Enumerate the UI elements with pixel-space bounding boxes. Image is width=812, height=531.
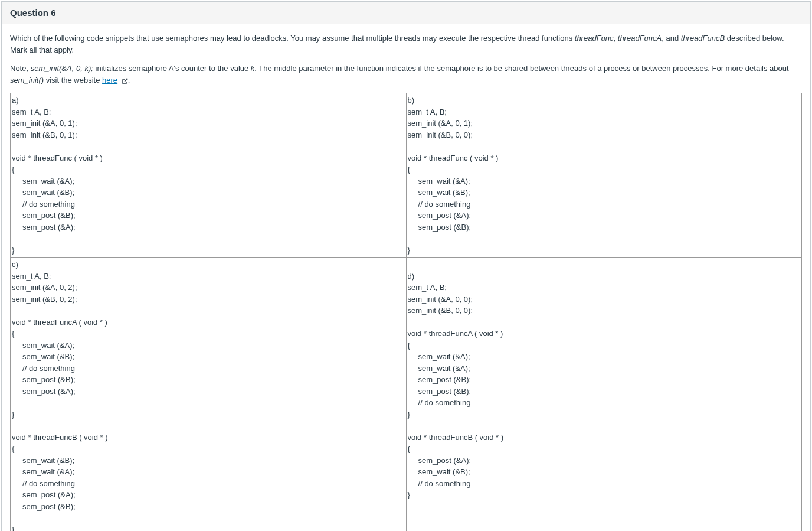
snippet-c: c) sem_t A, B; sem_init (&A, 0, 2); sem_… <box>12 259 405 531</box>
question-note: Note, sem_init(&A, 0, k); initializes se… <box>10 63 802 86</box>
question-intro: Which of the following code snippets tha… <box>10 32 802 56</box>
snippet-d-cell: d) sem_t A, B; sem_init (&A, 0, 0); sem_… <box>406 258 802 532</box>
snippet-b: b) sem_t A, B; sem_init (&A, 0, 1); sem_… <box>408 95 801 256</box>
threadfunc-3: threadFuncB <box>681 34 725 43</box>
external-link-icon <box>121 77 128 84</box>
snippet-a: a) sem_t A, B; sem_init (&A, 0, 1); sem_… <box>12 95 405 256</box>
threadfunc-1: threadFunc <box>575 34 614 43</box>
question-header: Question 6 <box>2 2 810 24</box>
period: . <box>128 76 130 84</box>
question-body: Which of the following code snippets tha… <box>2 24 810 531</box>
sep1: , <box>614 34 618 43</box>
code-snippet-table: a) sem_t A, B; sem_init (&A, 0, 1); sem_… <box>10 93 802 531</box>
snippet-d: d) sem_t A, B; sem_init (&A, 0, 0); sem_… <box>408 259 801 501</box>
sem-init-link[interactable]: here <box>102 76 117 84</box>
question-title: Question 6 <box>10 8 802 18</box>
question-container: Question 6 Which of the following code s… <box>1 1 811 531</box>
note-mid1: initializes semaphore A's counter to the… <box>93 64 251 73</box>
note-fn: sem_init() <box>10 76 44 84</box>
intro-text-pre: Which of the following code snippets tha… <box>10 34 575 43</box>
threadfunc-2: threadFuncA <box>618 34 662 43</box>
note-mid2: . The middle parameter in the function i… <box>254 64 788 73</box>
note-pre: Note, <box>10 64 31 73</box>
snippet-a-cell: a) sem_t A, B; sem_init (&A, 0, 1); sem_… <box>11 93 407 258</box>
sep2: , and <box>662 34 681 43</box>
snippet-c-cell: c) sem_t A, B; sem_init (&A, 0, 2); sem_… <box>11 258 407 532</box>
note-post: visit the website <box>44 76 102 84</box>
note-call: sem_init(&A, 0, k); <box>31 64 93 73</box>
snippet-b-cell: b) sem_t A, B; sem_init (&A, 0, 1); sem_… <box>406 93 802 258</box>
